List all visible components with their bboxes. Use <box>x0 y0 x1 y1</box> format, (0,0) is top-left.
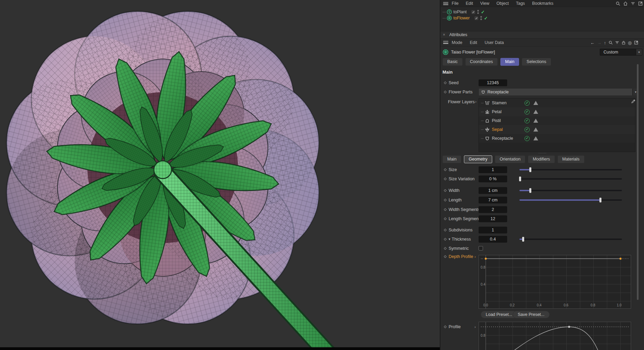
layer-row-receptacle[interactable]: Receptacle ✓ <box>479 134 635 143</box>
curve-point-start[interactable] <box>485 258 487 260</box>
seed-input[interactable]: 12345 <box>479 79 507 86</box>
layer-row-sepal[interactable]: Sepal ✓ <box>479 125 635 134</box>
visibility-dots-icon[interactable] <box>480 16 482 20</box>
panel-drag-handle[interactable]: ······ <box>538 151 547 155</box>
load-preset-button[interactable]: Load Preset... <box>481 311 517 318</box>
preset-dropdown[interactable]: Custom ▼ <box>600 49 642 56</box>
subdivisions-input[interactable]: 1 <box>479 227 507 233</box>
object-row-toplant[interactable]: toPlant ✓ <box>440 9 644 15</box>
size-variation-row: Size Variation 0 % <box>440 175 644 183</box>
width-slider[interactable] <box>519 188 622 193</box>
thickness-slider[interactable] <box>519 237 622 242</box>
viewport-3d[interactable] <box>0 0 440 350</box>
tab-geometry[interactable]: Geometry <box>464 155 492 163</box>
length-segments-input[interactable]: 12 <box>479 215 507 222</box>
tab-modifiers[interactable]: Modifiers <box>528 155 555 163</box>
object-label[interactable]: toFlower <box>453 16 470 20</box>
close-icon[interactable]: × <box>443 32 445 37</box>
menu-edit[interactable]: Edit <box>466 1 473 6</box>
width-label: Width <box>449 188 460 193</box>
symmetric-checkbox[interactable] <box>479 246 483 250</box>
layer-triangle-icon[interactable] <box>533 127 538 132</box>
forward-arrow-icon[interactable]: → <box>597 41 601 45</box>
length-input[interactable]: 7 cm <box>479 197 507 203</box>
hamburger-menu-icon[interactable] <box>443 2 448 5</box>
open-window-icon[interactable] <box>634 41 638 45</box>
layer-row-petal[interactable]: Petal ✓ <box>479 107 635 116</box>
scrollbar-thumb[interactable] <box>637 64 639 300</box>
tab-orientation[interactable]: Orientation <box>495 155 525 163</box>
open-window-icon[interactable] <box>638 1 643 6</box>
tab-selections[interactable]: Selections <box>522 58 551 66</box>
flower-parts-dropdown[interactable]: Receptacle ▼ <box>479 88 639 96</box>
menu-object[interactable]: Object <box>497 1 509 6</box>
width-input[interactable]: 1 cm <box>479 187 507 194</box>
width-segments-input[interactable]: 2 <box>479 206 507 213</box>
menu-file[interactable]: File <box>452 1 458 6</box>
expander-chevron-icon[interactable]: › <box>474 325 476 329</box>
menu-user-data[interactable]: User Data <box>485 40 504 45</box>
layer-enabled-icon[interactable]: ✓ <box>525 127 530 132</box>
layer-triangle-icon[interactable] <box>533 119 538 123</box>
object-row-toflower[interactable]: toFlower ✓ <box>440 15 644 21</box>
layer-enabled-icon[interactable]: ✓ <box>525 118 530 123</box>
menu-view[interactable]: View <box>480 1 489 6</box>
x-tick: 0.0 <box>483 303 488 307</box>
lock-icon[interactable] <box>622 41 626 45</box>
layer-enabled-icon[interactable]: ✓ <box>525 136 530 141</box>
menu-edit-attr[interactable]: Edit <box>470 40 477 45</box>
layer-enabled-icon[interactable]: ✓ <box>525 101 530 106</box>
layer-row-pistil[interactable]: Pistil ✓ <box>479 116 635 125</box>
up-arrow-icon[interactable]: ↑ <box>604 41 606 45</box>
object-label[interactable]: toPlant <box>453 10 467 14</box>
menu-bookmarks[interactable]: Bookmarks <box>532 1 553 6</box>
layer-enabled-icon[interactable]: ✓ <box>525 109 530 115</box>
flower-layers-list: Stamen ✓ Petal ✓ Pistil ✓ Sep <box>479 98 635 152</box>
thickness-input[interactable]: 0.4 <box>479 236 507 243</box>
x-tick: 0.6 <box>564 303 568 307</box>
attributes-menu-row: Mode Edit User Data ← → ↑ ◎ <box>440 39 644 47</box>
curve-point-end[interactable] <box>619 258 622 260</box>
size-input[interactable]: 1 <box>479 166 507 173</box>
layer-triangle-icon[interactable] <box>533 136 538 140</box>
size-variation-input[interactable]: 0 % <box>479 176 507 182</box>
save-preset-button[interactable]: Save Preset... <box>513 311 550 318</box>
pistil-icon <box>485 118 490 123</box>
enabled-check-icon[interactable]: ✓ <box>484 16 488 20</box>
visibility-dots-icon[interactable] <box>477 10 479 14</box>
length-slider[interactable] <box>519 198 622 202</box>
curve-peak-point[interactable] <box>568 326 570 328</box>
tab-materials[interactable]: Materials <box>558 155 584 163</box>
chevron-down-icon[interactable]: ▼ <box>636 49 642 55</box>
home-icon[interactable] <box>623 1 628 6</box>
hamburger-menu-icon[interactable] <box>443 41 448 44</box>
enabled-check-icon[interactable]: ✓ <box>481 10 485 14</box>
search-icon[interactable] <box>616 1 620 6</box>
panel-scrollbar[interactable] <box>637 63 639 350</box>
eyedropper-icon[interactable] <box>631 99 636 104</box>
filter-icon[interactable] <box>631 1 635 6</box>
profile-graph[interactable]: 0.8 <box>479 322 631 350</box>
filter-icon[interactable] <box>615 41 619 45</box>
layer-row-stamen[interactable]: Stamen ✓ <box>479 98 635 107</box>
size-label: Size <box>449 167 457 172</box>
layer-triangle-icon[interactable] <box>533 101 538 105</box>
layer-triangle-icon[interactable] <box>533 110 538 114</box>
search-icon[interactable] <box>609 41 613 45</box>
expander-chevron-icon[interactable]: › <box>475 100 477 104</box>
expander-chevron-icon[interactable]: › <box>474 255 476 259</box>
target-icon[interactable]: ◎ <box>628 41 632 45</box>
menu-mode[interactable]: Mode <box>452 40 462 45</box>
edit-toggle-icon[interactable] <box>474 16 478 20</box>
tab-geo-main[interactable]: Main <box>442 155 461 163</box>
back-arrow-icon[interactable]: ← <box>590 41 595 45</box>
size-variation-slider[interactable] <box>519 177 622 181</box>
depth-profile-graph[interactable]: 0.8 0.4 0.0 0.2 0.4 0.6 0.8 1.0 <box>479 255 631 309</box>
tab-basic[interactable]: Basic <box>442 58 463 66</box>
edit-toggle-icon[interactable] <box>471 10 475 14</box>
menu-tags[interactable]: Tags <box>516 1 525 6</box>
size-slider[interactable] <box>519 167 622 172</box>
tab-coordinates[interactable]: Coordinates <box>465 58 498 66</box>
tab-main[interactable]: Main <box>500 58 519 66</box>
chevron-down-icon[interactable]: ▼ <box>448 238 451 241</box>
